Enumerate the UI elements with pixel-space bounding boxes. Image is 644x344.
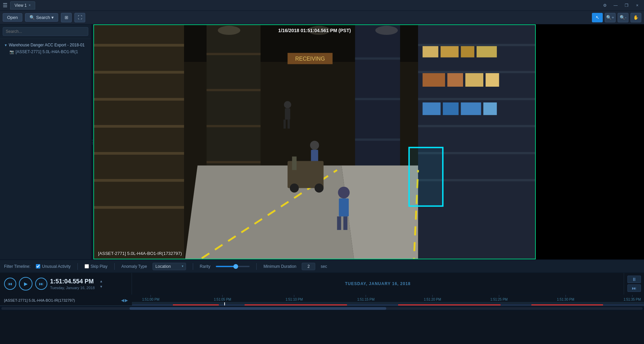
unusual-activity-checkbox[interactable]	[36, 264, 40, 268]
svg-rect-58	[461, 103, 481, 115]
svg-rect-16	[418, 25, 535, 259]
svg-rect-55	[486, 73, 499, 87]
timeline-track-container[interactable]: 1:51:00 PM 1:51:05 PM 1:51:10 PM 1:51:15…	[132, 295, 644, 305]
svg-rect-41	[339, 198, 349, 216]
tree-arrow-icon: ▼	[4, 43, 7, 47]
skip-up-button[interactable]: ▲	[97, 279, 105, 283]
fullscreen-button[interactable]: ⛶	[74, 13, 85, 22]
svg-point-46	[290, 184, 299, 193]
video-container: RECEIVING 1/16/2018 01:51:04.561 PM (PST…	[93, 24, 536, 259]
time-display: 1:51:04.554 PM Tuesday, January 16, 2018	[50, 278, 95, 290]
anomaly-type-select[interactable]: Location Speed Direction Appearance	[153, 263, 186, 270]
rarity-slider[interactable]	[216, 266, 250, 267]
svg-rect-61	[409, 148, 443, 206]
tick-5: 1:51:25 PM	[490, 295, 508, 301]
play-button[interactable]: ▶	[19, 277, 32, 291]
svg-rect-25	[355, 98, 400, 100]
pointer-tool-button[interactable]: ↖	[592, 13, 603, 22]
svg-rect-57	[443, 103, 459, 115]
camera-nav-prev[interactable]: ◀	[121, 298, 124, 303]
menu-icon[interactable]: ☰	[3, 2, 7, 8]
svg-rect-54	[465, 73, 483, 87]
camera-timeline[interactable]	[132, 302, 644, 305]
tick-line	[499, 295, 499, 297]
tick-3: 1:51:15 PM	[357, 295, 374, 301]
video-frame: RECEIVING 1/16/2018 01:51:04.561 PM (PST…	[94, 25, 535, 259]
close-window-button[interactable]: ×	[633, 1, 641, 9]
grid-view-button[interactable]: ⊞	[61, 13, 72, 22]
tab-close-icon[interactable]: ×	[29, 3, 31, 7]
svg-rect-5	[94, 98, 184, 101]
right-panel	[536, 24, 644, 259]
rarity-label: Rarity	[200, 264, 210, 269]
tick-line	[294, 295, 294, 297]
camera-row: [ASSET-2771] 5.0L-H4A-BO1-IR(1732797) ◀ …	[0, 295, 644, 306]
tick-label-2: 1:51:10 PM	[285, 298, 303, 301]
svg-rect-11	[207, 53, 261, 55]
filter-separator-2	[114, 263, 115, 270]
tab-label: View 1	[15, 3, 27, 8]
svg-rect-42	[337, 216, 341, 230]
timeline-scrollbar[interactable]	[0, 306, 644, 310]
restore-button[interactable]: ❐	[622, 1, 630, 9]
tick-7: 1:51:35 PM	[623, 295, 641, 301]
zoom-in-button[interactable]: 🔍+	[605, 13, 616, 22]
unusual-activity-label: Unusual Activity	[42, 264, 71, 269]
video-timestamp: 1/16/2018 01:51:04.561 PM (PST)	[278, 28, 351, 33]
open-button[interactable]: Open	[3, 13, 22, 22]
svg-rect-43	[343, 216, 347, 230]
svg-rect-59	[483, 103, 497, 115]
tick-label-3: 1:51:15 PM	[357, 298, 374, 301]
bottom-section: Filter Timeline: Unusual Activity Skip P…	[0, 259, 644, 344]
playback-row: ⏮ ▶ ⏭ 1:51:04.554 PM Tuesday, January 16…	[0, 273, 644, 295]
search-button[interactable]: 🔍 Search ▾	[25, 13, 58, 22]
skip-play-checkbox[interactable]	[85, 264, 89, 268]
svg-rect-53	[447, 73, 463, 87]
minimize-button[interactable]: —	[612, 1, 620, 9]
scroll-thumb[interactable]	[130, 307, 386, 310]
tree-root-item[interactable]: ▼ Warehouse Danger ACC Export - 2018-01	[1, 42, 90, 48]
anomaly-type-label: Anomaly Type	[121, 264, 147, 269]
svg-text:RECEIVING: RECEIVING	[295, 56, 325, 62]
svg-rect-8	[94, 179, 184, 182]
svg-rect-4	[94, 71, 184, 73]
svg-rect-52	[422, 73, 445, 87]
tick-0: 1:51:00 PM	[142, 295, 159, 301]
svg-point-36	[310, 141, 319, 150]
svg-rect-12	[207, 89, 261, 91]
pause-end-button[interactable]: ⏸	[627, 276, 641, 283]
search-input[interactable]	[3, 27, 88, 36]
skip-play-filter[interactable]: Skip Play	[85, 264, 108, 269]
tick-6: 1:51:30 PM	[557, 295, 574, 301]
settings-button[interactable]: ⚙	[601, 1, 609, 9]
tick-line	[632, 295, 632, 297]
rewind-button[interactable]: ⏮	[4, 278, 16, 290]
camera-name-label: [ASSET-2771] 5.0L-H4A-BO1-IR(1732797)	[4, 298, 75, 302]
playhead[interactable]	[224, 302, 225, 305]
pan-button[interactable]: ✋	[630, 13, 641, 22]
svg-rect-17	[418, 44, 535, 46]
tick-line	[566, 295, 566, 297]
red-segment-2	[398, 304, 501, 305]
sidebar: ▼ Warehouse Danger ACC Export - 2018-01 …	[0, 24, 91, 259]
skip-end-button[interactable]: ⏭	[627, 284, 641, 292]
forward-button[interactable]: ⏭	[35, 278, 47, 290]
skip-down-button[interactable]: ▼	[97, 284, 105, 289]
view1-tab[interactable]: View 1 ×	[10, 1, 35, 9]
svg-point-47	[315, 184, 324, 193]
red-segment-0	[173, 304, 219, 305]
svg-rect-3	[94, 44, 184, 47]
unusual-activity-filter[interactable]: Unusual Activity	[36, 264, 71, 269]
scroll-track[interactable]	[1, 307, 643, 310]
search-box	[0, 24, 91, 39]
zoom-out-button[interactable]: 🔍-	[618, 13, 628, 22]
tick-line	[432, 295, 433, 297]
tree-child-item[interactable]: 📷 [ASSET-2771] 5.0L-H4A-BO1-IR(1	[1, 48, 90, 55]
tree-child-label: [ASSET-2771] 5.0L-H4A-BO1-IR(1	[16, 49, 78, 54]
camera-nav-next[interactable]: ▶	[125, 298, 128, 303]
min-duration-input[interactable]: 2	[302, 263, 315, 270]
main-area: ▼ Warehouse Danger ACC Export - 2018-01 …	[0, 24, 644, 259]
playback-end-buttons: ⏸ ⏭	[624, 273, 644, 295]
svg-rect-51	[477, 46, 497, 57]
time-main: 1:51:04.554 PM	[50, 278, 95, 285]
